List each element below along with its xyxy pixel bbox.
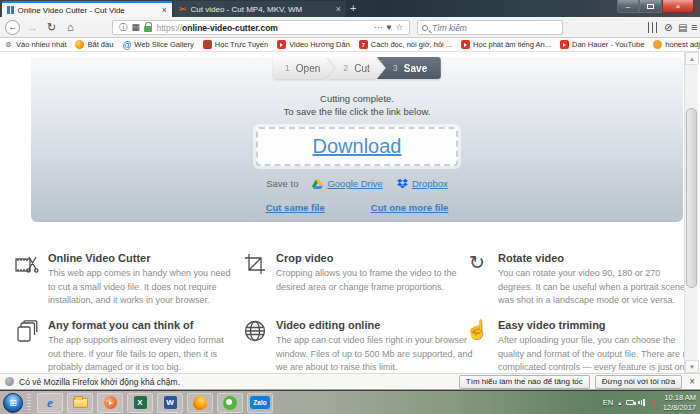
feature-rotate-video: ↻ Rotate video You can rotate your video… (464, 252, 694, 308)
reload-button[interactable]: ↻ (47, 17, 56, 37)
tab-cut-video[interactable]: ✂ Cut video - Cut MP4, MKV, WM × (174, 1, 346, 17)
windows-taskbar: ⊞ e X W Zalo EN ▲ 10:18 AM 12/8/2017 (0, 390, 700, 414)
bookmark-item[interactable]: ⚙Vào nhiều nhất (4, 40, 66, 49)
bookmark-item[interactable]: 7Cách đọc, nói giờ, hỏi ... (359, 40, 452, 49)
google-drive-link[interactable]: Google Drive (312, 178, 382, 189)
gear-icon: ⚙ (4, 40, 13, 49)
bookmark-item[interactable]: Bắt đầu (75, 40, 113, 49)
extension-icon[interactable]: ▦ (132, 23, 140, 32)
cut-one-more-file-link[interactable]: Cut one more file (371, 202, 449, 213)
menu-icon[interactable]: ≡ (691, 17, 697, 37)
home-button[interactable]: ⌂ (67, 17, 74, 37)
step-cut[interactable]: 2 Cut (327, 57, 384, 79)
window-controls: – × (617, 0, 694, 13)
language-indicator[interactable]: EN (603, 398, 613, 407)
tray-expand-icon[interactable]: ▲ (617, 400, 622, 406)
ie-slice-icon: @ (122, 40, 131, 49)
download-link[interactable]: Download (313, 135, 402, 158)
close-button[interactable]: × (662, 0, 694, 13)
network-icon[interactable] (638, 399, 645, 406)
start-button[interactable]: ⊞ (3, 393, 23, 413)
back-icon: ← (5, 20, 20, 35)
firefox-icon (75, 40, 84, 49)
learn-speedup-button[interactable]: Tìm hiểu làm thế nào để tăng tốc (459, 375, 590, 389)
sidebar-icon[interactable]: ▤ (678, 17, 687, 37)
system-tray: EN ▲ 10:18 AM 12/8/2017 (603, 393, 700, 412)
tab-online-video-cutter[interactable]: Online Video Cutter - Cut Vide × (2, 1, 172, 17)
battery-icon[interactable] (626, 400, 634, 405)
url-text[interactable]: https://online-video-cutter.com (157, 23, 278, 33)
bookmark-item[interactable]: Học Trực Tuyến (203, 40, 268, 49)
crop-icon (242, 253, 268, 279)
new-tab-button[interactable]: + (350, 2, 356, 14)
site-info-icon[interactable]: ⓘ (119, 23, 128, 32)
taskbar-clock[interactable]: 10:18 AM 12/8/2017 (663, 393, 696, 412)
taskbar-explorer-icon[interactable] (67, 393, 93, 413)
search-input[interactable] (432, 23, 542, 33)
feature-online-video-cutter: Online Video Cutter This web app comes i… (14, 252, 238, 308)
forward-button[interactable]: → (27, 17, 38, 37)
site-icon: 7 (359, 40, 368, 49)
scroll-up-button[interactable]: ▲ (685, 52, 699, 65)
bookmark-star-icon[interactable]: ☆ (395, 23, 403, 32)
save-panel: 1 Open 2 Cut 3 Save Cutting complete. To… (31, 57, 683, 222)
documents-stack-icon (14, 320, 40, 346)
taskbar-coccoc-icon[interactable] (217, 393, 243, 413)
https-lock-icon (144, 26, 152, 32)
restore-button[interactable] (639, 0, 662, 13)
title-bar: Online Video Cutter - Cut Vide × ✂ Cut v… (0, 0, 700, 17)
site-icon (203, 40, 212, 49)
dismiss-button[interactable]: Đừng nói với tôi nữa (595, 375, 682, 389)
feature-any-format: Any format you can think of The app supp… (14, 319, 238, 375)
page-actions-icon[interactable]: ⋯ (374, 23, 383, 32)
step-open[interactable]: 1 Open (273, 57, 334, 79)
pocket-icon[interactable]: ♥ (386, 23, 391, 32)
back-button[interactable]: ← (5, 17, 20, 37)
address-bar[interactable]: ⓘ ▦ https://online-video-cutter.com ⋯ ♥ … (112, 20, 410, 35)
minimize-button[interactable]: – (617, 0, 639, 13)
taskbar-excel-icon[interactable]: X (127, 393, 153, 413)
tab-close-icon[interactable]: × (336, 4, 341, 14)
step-save[interactable]: 3 Save (377, 57, 441, 79)
notification-close-icon[interactable]: × (689, 376, 695, 387)
wizard-steps: 1 Open 2 Cut 3 Save (273, 57, 441, 79)
restore-icon (647, 4, 654, 9)
taskbar-ie-icon[interactable]: e (37, 393, 63, 413)
search-bar[interactable] (417, 20, 563, 35)
sync-icon[interactable]: ⊘ (664, 17, 672, 37)
taskbar-firefox-icon[interactable] (187, 393, 213, 413)
feature-crop-video: Crop video Cropping allows you to frame … (242, 252, 474, 294)
vertical-scrollbar[interactable]: ▲ ▼ (684, 52, 698, 373)
status-line-2: To save the file click the link below. (31, 106, 683, 117)
bookmark-item[interactable]: @Web Slice Gallery (122, 40, 193, 49)
firefox-window: Online Video Cutter - Cut Vide × ✂ Cut v… (0, 0, 700, 414)
library-icon[interactable] (648, 17, 658, 37)
taskbar-zalo-icon[interactable]: Zalo (247, 393, 273, 413)
save-to-label: Save to (266, 178, 298, 189)
youtube-icon (461, 40, 470, 49)
bookmark-item[interactable]: honest adjective - Defi... (653, 40, 700, 49)
tab-close-icon[interactable]: × (162, 5, 167, 15)
film-scissors-icon (14, 253, 40, 279)
cut-same-file-link[interactable]: Cut same file (266, 202, 325, 213)
bookmark-item[interactable]: Dan Hauer - YouTube (560, 40, 644, 49)
scroll-down-button[interactable]: ▼ (685, 360, 699, 373)
search-icon (422, 25, 428, 31)
bookmarks-bar: ⚙Vào nhiều nhất Bắt đầu @Web Slice Galle… (0, 38, 700, 52)
hand-click-icon: ☝ (464, 320, 490, 346)
bookmark-item[interactable]: Video Hướng Dẫn (277, 40, 350, 49)
volume-icon[interactable] (649, 400, 656, 406)
taskbar-media-player-icon[interactable] (97, 393, 123, 413)
tab-favicon (7, 6, 14, 14)
tab-title: Cut video - Cut MP4, MKV, WM (191, 5, 332, 14)
dropbox-icon (397, 179, 408, 189)
paw-icon (653, 40, 662, 49)
notification-message: Có vẻ Mozilla Firefox khởi động khá chậm… (19, 377, 180, 387)
page-content: 1 Open 2 Cut 3 Save Cutting complete. To… (0, 52, 700, 373)
notification-bar: Có vẻ Mozilla Firefox khởi động khá chậm… (0, 373, 700, 390)
bookmark-item[interactable]: Học phát âm tiếng An... (461, 40, 551, 49)
scrollbar-thumb[interactable] (686, 108, 697, 288)
dropbox-link[interactable]: Dropbox (397, 178, 448, 189)
google-drive-icon (312, 179, 323, 189)
taskbar-word-icon[interactable]: W (157, 393, 183, 413)
